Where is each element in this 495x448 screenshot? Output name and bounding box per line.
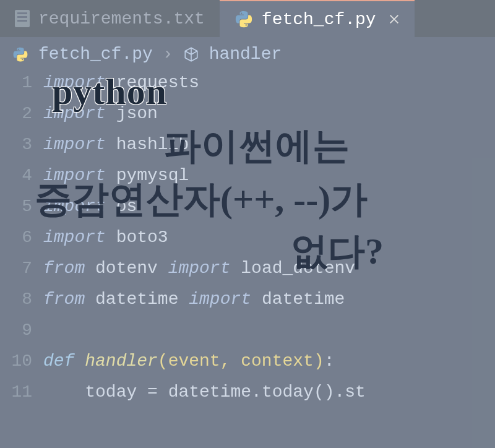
code-line: def handler(event, context): [43, 346, 366, 377]
keyword: import [189, 290, 251, 309]
breadcrumb-file[interactable]: fetch_cf.py [38, 45, 153, 64]
tab-label: requirements.txt [38, 9, 205, 28]
python-icon [235, 10, 253, 28]
chevron-right-icon: › [163, 45, 173, 64]
line-number: 9 [0, 315, 32, 346]
identifier: datetime.today().st [158, 382, 366, 402]
code-content[interactable]: import requests import json import hashl… [43, 67, 366, 408]
breadcrumb-symbol[interactable]: handler [209, 45, 282, 64]
identifier: requests [106, 73, 199, 92]
identifier: today [85, 382, 147, 402]
identifier: datetime [251, 290, 345, 309]
keyword: import [43, 104, 106, 123]
code-line: import boto3 [43, 222, 366, 253]
arguments: (event, context) [158, 351, 324, 371]
function-name: handler [74, 351, 157, 371]
symbol-module-icon [183, 46, 199, 62]
text-file-icon [15, 10, 30, 27]
operator: = [147, 382, 158, 402]
identifier: pymysql [106, 166, 189, 185]
code-line: import pymysql [43, 160, 366, 191]
code-line: import json [43, 98, 366, 129]
code-line: import requests [43, 67, 366, 98]
line-number: 6 [0, 222, 32, 253]
gutter: 1 2 3 4 5 6 7 8 9 10 11 [0, 67, 43, 408]
identifier: os [106, 197, 137, 216]
keyword: import [43, 135, 106, 154]
line-number: 3 [0, 129, 32, 160]
identifier: boto3 [106, 228, 168, 247]
close-icon[interactable] [389, 14, 400, 25]
code-line [43, 315, 366, 346]
code-line: from dotenv import load_dotenv [43, 253, 366, 284]
keyword: def [43, 351, 74, 371]
tab-fetch-cf[interactable]: fetch_cf.py [220, 0, 415, 37]
line-number: 11 [0, 377, 32, 408]
keyword: import [43, 73, 106, 92]
line-number: 2 [0, 98, 32, 129]
code-line: from datetime import datetime [43, 284, 366, 315]
keyword: import [168, 259, 231, 278]
line-number: 8 [0, 284, 32, 315]
identifier: json [106, 104, 158, 123]
code-line: import hashlib [43, 129, 366, 160]
line-number: 4 [0, 160, 32, 191]
line-number: 1 [0, 67, 32, 98]
tab-label: fetch_cf.py [262, 10, 376, 29]
identifier: hashlib [106, 135, 189, 154]
keyword: import [43, 228, 106, 247]
tab-bar: requirements.txt fetch_cf.py [0, 0, 495, 37]
identifier: load_dotenv [230, 259, 355, 278]
line-number: 10 [0, 346, 32, 377]
keyword: from [43, 290, 85, 309]
code-line: import os [43, 191, 366, 222]
keyword: from [43, 259, 85, 278]
code-line: today = datetime.today().st [43, 377, 366, 408]
indent [43, 382, 85, 402]
identifier: datetime [85, 290, 189, 309]
line-number: 7 [0, 253, 32, 284]
keyword: import [43, 166, 106, 185]
python-icon [12, 46, 28, 62]
identifier: dotenv [85, 259, 168, 278]
line-number: 5 [0, 191, 32, 222]
punctuation: : [324, 351, 335, 371]
breadcrumb-bar: fetch_cf.py › handler [0, 37, 495, 67]
code-editor[interactable]: 1 2 3 4 5 6 7 8 9 10 11 import requests … [0, 67, 495, 408]
tab-requirements[interactable]: requirements.txt [0, 0, 220, 37]
keyword: import [43, 197, 106, 216]
